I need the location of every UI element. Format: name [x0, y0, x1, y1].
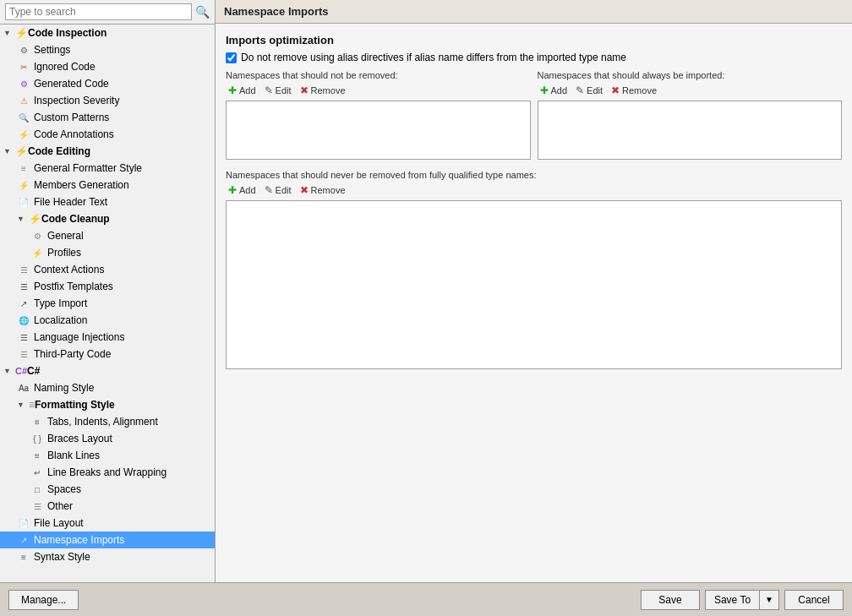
tree-container: ▼ ⚡ Code Inspection ⚙ Settings ✂ Ignored…: [0, 25, 215, 582]
sidebar-item-context-actions[interactable]: ☰ Context Actions: [0, 261, 215, 278]
sidebar-item-label: General: [47, 230, 84, 242]
sidebar-item-ignored-code[interactable]: ✂ Ignored Code: [0, 58, 215, 75]
remove-button-1[interactable]: ✖ Remove: [298, 84, 348, 97]
sidebar-item-members-generation[interactable]: ⚡ Members Generation: [0, 177, 215, 194]
custom-patterns-icon: 🔍: [17, 111, 30, 124]
sidebar-item-namespace-imports[interactable]: ↗ Namespace Imports: [0, 532, 215, 548]
collapse-arrow: ▼: [17, 401, 27, 409]
remove-icon-1: ✖: [300, 84, 309, 96]
sidebar-item-code-annotations[interactable]: ⚡ Code Annotations: [0, 126, 215, 143]
remove-button-2[interactable]: ✖ Remove: [609, 84, 659, 97]
naming-style-icon: Aa: [17, 381, 30, 395]
generated-code-icon: ⚙: [17, 77, 30, 90]
search-input[interactable]: [5, 3, 192, 20]
group-code-editing[interactable]: ▼ ⚡ Code Editing: [0, 143, 215, 160]
collapse-arrow: ▼: [3, 29, 14, 37]
namespace-never-removed-list: [226, 200, 842, 369]
panel-content: Imports optimization Do not remove using…: [216, 24, 852, 582]
profiles-icon: ⚡: [30, 246, 44, 259]
sidebar-item-custom-patterns[interactable]: 🔍 Custom Patterns: [0, 109, 215, 126]
edit-label-2: Edit: [587, 85, 603, 95]
sidebar-item-general[interactable]: ⚙ General: [0, 227, 215, 244]
braces-layout-icon: { }: [30, 432, 44, 445]
namespace-always-imported-column: Namespaces that should always be importe…: [538, 70, 843, 160]
sidebar-item-label: Language Injections: [34, 331, 124, 343]
sidebar-item-label: Members Generation: [34, 179, 129, 191]
panel-title: Namespace Imports: [224, 5, 329, 18]
add-button-3[interactable]: ✚ Add: [226, 183, 259, 197]
sidebar-item-other[interactable]: ☰ Other: [0, 498, 215, 515]
remove-button-3[interactable]: ✖ Remove: [298, 183, 348, 197]
sidebar-item-inspection-severity[interactable]: ⚠ Inspection Severity: [0, 92, 215, 109]
chevron-down-icon: ▼: [765, 595, 773, 604]
sidebar-item-postfix-templates[interactable]: ☰ Postfix Templates: [0, 278, 215, 295]
add-label-2: Add: [551, 85, 568, 95]
group-code-cleanup[interactable]: ▼ ⚡ Code Cleanup: [0, 210, 215, 227]
edit-button-3[interactable]: ✎ Edit: [262, 183, 294, 197]
edit-button-2[interactable]: ✎ Edit: [573, 84, 605, 97]
syntax-style-icon: ≡: [17, 550, 30, 564]
ignored-code-icon: ✂: [17, 60, 30, 74]
save-to-dropdown-button[interactable]: ▼: [759, 590, 779, 610]
namespace-not-removed-list: [226, 101, 531, 160]
toolbar-row-2: ✚ Add ✎ Edit ✖ Remove: [538, 84, 843, 97]
group-label: Code Inspection: [28, 27, 106, 39]
sidebar-item-syntax-style[interactable]: ≡ Syntax Style: [0, 548, 215, 565]
settings-icon: ⚙: [17, 43, 30, 57]
line-breaks-icon: ↵: [30, 466, 44, 479]
search-icon[interactable]: 🔍: [195, 5, 210, 19]
remove-icon-2: ✖: [611, 84, 620, 96]
add-button-2[interactable]: ✚ Add: [538, 84, 571, 97]
group-csharp[interactable]: ▼ C# C#: [0, 363, 215, 379]
sidebar-item-braces-layout[interactable]: { } Braces Layout: [0, 430, 215, 447]
bottom-right-buttons: Save Save To ▼ Cancel: [641, 590, 844, 610]
search-box: 🔍: [0, 0, 215, 25]
csharp-icon: C#: [15, 366, 27, 376]
sidebar-item-general-formatter[interactable]: ≡ General Formatter Style: [0, 160, 215, 177]
sidebar-item-localization[interactable]: 🌐 Localization: [0, 312, 215, 329]
group-label: Code Cleanup: [41, 213, 110, 225]
right-panel: Namespace Imports Imports optimization D…: [216, 0, 852, 582]
cancel-button[interactable]: Cancel: [784, 590, 844, 610]
toolbar-row-1: ✚ Add ✎ Edit ✖ Remove: [226, 84, 531, 97]
group-code-inspection[interactable]: ▼ ⚡ Code Inspection: [0, 25, 215, 41]
sidebar-item-naming-style[interactable]: Aa Naming Style: [0, 379, 215, 396]
sidebar-item-blank-lines[interactable]: ≡ Blank Lines: [0, 447, 215, 464]
group-formatting-style[interactable]: ▼ ≡ Formatting Style: [0, 396, 215, 413]
inspection-severity-icon: ⚠: [17, 94, 30, 107]
imports-optimization-section: Imports optimization Do not remove using…: [226, 34, 842, 160]
sidebar-item-type-import[interactable]: ↗ Type Import: [0, 295, 215, 312]
sidebar-item-spaces[interactable]: □ Spaces: [0, 481, 215, 498]
sidebar-item-label: Third-Party Code: [34, 348, 111, 360]
sidebar-item-label: Localization: [34, 314, 87, 326]
section2-label: Namespaces that should never be removed …: [226, 170, 842, 180]
sidebar-item-profiles[interactable]: ⚡ Profiles: [0, 244, 215, 261]
alias-directives-checkbox[interactable]: [226, 52, 237, 63]
sidebar-item-label: Inspection Severity: [34, 95, 119, 106]
group-label: Formatting Style: [35, 399, 115, 411]
save-button[interactable]: Save: [641, 590, 700, 610]
edit-icon-2: ✎: [576, 84, 584, 96]
remove-label-3: Remove: [311, 185, 346, 195]
save-to-button[interactable]: Save To: [705, 590, 759, 610]
sidebar-item-file-header-text[interactable]: 📄 File Header Text: [0, 194, 215, 210]
sidebar-item-settings[interactable]: ⚙ Settings: [0, 41, 215, 58]
sidebar-item-file-layout[interactable]: 📄 File Layout: [0, 515, 215, 532]
sidebar-item-label: Settings: [34, 44, 70, 56]
sidebar-item-line-breaks[interactable]: ↵ Line Breaks and Wrapping: [0, 464, 215, 481]
add-button-1[interactable]: ✚ Add: [226, 84, 259, 97]
edit-label-3: Edit: [276, 185, 292, 195]
edit-button-1[interactable]: ✎ Edit: [262, 84, 294, 97]
sidebar-item-tabs-indents[interactable]: ≡ Tabs, Indents, Alignment: [0, 413, 215, 430]
manage-button[interactable]: Manage...: [8, 590, 79, 610]
add-label-3: Add: [239, 185, 256, 195]
panel-header: Namespace Imports: [216, 0, 852, 24]
sidebar-item-generated-code[interactable]: ⚙ Generated Code: [0, 75, 215, 92]
sidebar-item-label: Braces Layout: [47, 433, 112, 444]
sidebar-item-third-party-code[interactable]: ☰ Third-Party Code: [0, 346, 215, 363]
sidebar-item-language-injections[interactable]: ☰ Language Injections: [0, 329, 215, 346]
sidebar-item-label: Other: [47, 500, 73, 512]
code-inspection-icon: ⚡: [15, 27, 28, 39]
col2-label: Namespaces that should always be importe…: [538, 70, 843, 80]
members-generation-icon: ⚡: [17, 178, 30, 192]
